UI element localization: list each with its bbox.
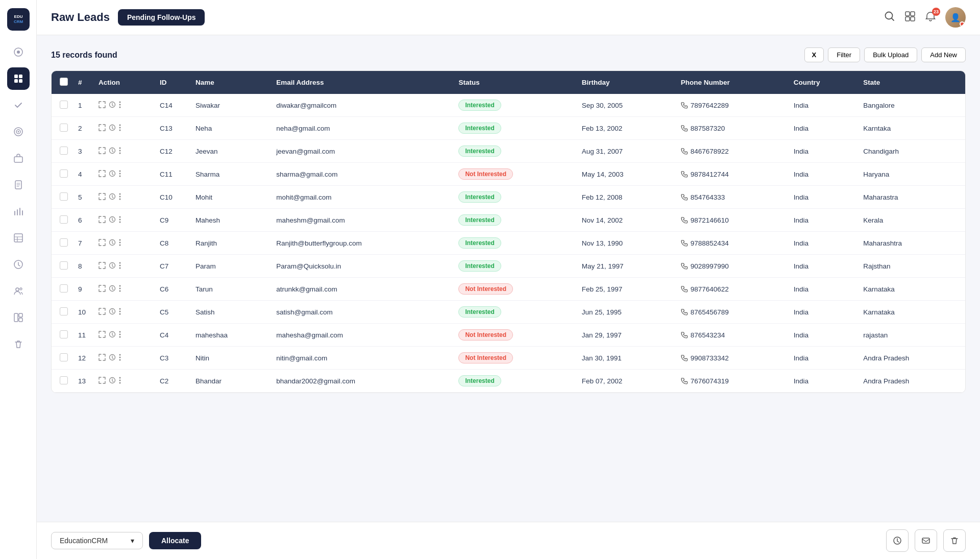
schedule-icon[interactable] [109, 285, 116, 294]
row-status: Interested [453, 117, 576, 140]
user-avatar[interactable]: 👤 [945, 7, 966, 28]
status-badge: Interested [458, 145, 501, 157]
row-checkbox-cell[interactable] [52, 370, 73, 393]
schedule-icon[interactable] [109, 308, 116, 317]
more-options-icon[interactable] [119, 354, 121, 362]
schedule-button[interactable] [886, 529, 909, 552]
sidebar-item-tasks[interactable] [7, 94, 30, 116]
sidebar-item-leads[interactable] [7, 67, 30, 90]
schedule-icon[interactable] [109, 262, 116, 271]
row-checkbox[interactable] [60, 238, 68, 247]
more-options-icon[interactable] [119, 331, 121, 339]
expand-icon[interactable] [99, 193, 106, 202]
row-name: Param [190, 255, 271, 278]
pending-followups-button[interactable]: Pending Follow-Ups [118, 9, 205, 26]
more-options-icon[interactable] [119, 216, 121, 225]
sidebar-item-users[interactable] [7, 280, 30, 302]
row-checkbox[interactable] [60, 147, 68, 155]
row-checkbox[interactable] [60, 101, 68, 109]
schedule-icon[interactable] [109, 170, 116, 179]
expand-icon[interactable] [99, 101, 106, 110]
row-checkbox[interactable] [60, 261, 68, 270]
select-all-checkbox[interactable] [60, 78, 68, 86]
expand-icon[interactable] [99, 308, 106, 317]
schedule-icon[interactable] [109, 354, 116, 362]
bulk-upload-button[interactable]: Bulk Upload [864, 47, 917, 62]
records-actions: X Filter Bulk Upload Add New [804, 47, 966, 62]
row-checkbox[interactable] [60, 124, 68, 132]
sidebar-item-charts[interactable] [7, 200, 30, 223]
expand-icon[interactable] [99, 354, 106, 362]
row-checkbox-cell[interactable] [52, 255, 73, 278]
row-phone: 8765456789 [676, 301, 789, 324]
row-email: satish@gmail.com [271, 301, 453, 324]
expand-icon[interactable] [99, 239, 106, 248]
expand-icon[interactable] [99, 285, 106, 294]
select-all-header[interactable] [52, 71, 73, 94]
row-checkbox-cell[interactable] [52, 232, 73, 255]
row-checkbox-cell[interactable] [52, 163, 73, 186]
sidebar-item-dashboard[interactable] [7, 41, 30, 63]
schedule-icon[interactable] [109, 147, 116, 156]
row-checkbox-cell[interactable] [52, 278, 73, 301]
row-checkbox[interactable] [60, 330, 68, 338]
row-checkbox-cell[interactable] [52, 94, 73, 117]
row-checkbox[interactable] [60, 169, 68, 178]
crm-select-dropdown[interactable]: EducationCRM ▾ [51, 532, 143, 549]
row-checkbox-cell[interactable] [52, 347, 73, 370]
row-checkbox[interactable] [60, 376, 68, 384]
expand-icon[interactable] [99, 262, 106, 271]
more-options-icon[interactable] [119, 147, 121, 156]
schedule-icon[interactable] [109, 124, 116, 133]
schedule-icon[interactable] [109, 101, 116, 110]
clear-filter-button[interactable]: X [804, 47, 824, 62]
schedule-icon[interactable] [109, 193, 116, 202]
notification-bell-icon[interactable]: 23 [925, 11, 936, 25]
row-checkbox-cell[interactable] [52, 209, 73, 232]
expand-icon[interactable] [99, 170, 106, 179]
sidebar-item-table[interactable] [7, 227, 30, 249]
row-checkbox-cell[interactable] [52, 117, 73, 140]
sidebar-item-reports[interactable] [7, 174, 30, 196]
row-checkbox[interactable] [60, 307, 68, 315]
expand-icon[interactable] [99, 377, 106, 385]
more-options-icon[interactable] [119, 262, 121, 271]
row-checkbox-cell[interactable] [52, 301, 73, 324]
more-options-icon[interactable] [119, 308, 121, 317]
schedule-icon[interactable] [109, 216, 116, 225]
row-checkbox[interactable] [60, 284, 68, 293]
grid-icon[interactable] [904, 11, 916, 25]
more-options-icon[interactable] [119, 285, 121, 294]
sidebar-item-history[interactable] [7, 253, 30, 276]
more-options-icon[interactable] [119, 239, 121, 248]
row-checkbox-cell[interactable] [52, 324, 73, 347]
filter-button[interactable]: Filter [828, 47, 860, 62]
row-checkbox[interactable] [60, 353, 68, 361]
sidebar-item-target[interactable] [7, 120, 30, 143]
schedule-icon[interactable] [109, 377, 116, 385]
add-new-button[interactable]: Add New [921, 47, 966, 62]
row-checkbox[interactable] [60, 215, 68, 224]
schedule-icon[interactable] [109, 331, 116, 339]
more-options-icon[interactable] [119, 170, 121, 179]
row-checkbox[interactable] [60, 192, 68, 201]
more-options-icon[interactable] [119, 101, 121, 110]
expand-icon[interactable] [99, 124, 106, 133]
expand-icon[interactable] [99, 216, 106, 225]
search-icon[interactable] [884, 11, 895, 25]
expand-icon[interactable] [99, 147, 106, 156]
sidebar-item-briefcase[interactable] [7, 147, 30, 169]
row-birthday: May 14, 2003 [577, 163, 676, 186]
row-checkbox-cell[interactable] [52, 140, 73, 163]
more-options-icon[interactable] [119, 193, 121, 202]
sidebar-item-layout[interactable] [7, 306, 30, 329]
schedule-icon[interactable] [109, 239, 116, 248]
email-button[interactable] [915, 529, 937, 552]
more-options-icon[interactable] [119, 377, 121, 385]
expand-icon[interactable] [99, 331, 106, 339]
more-options-icon[interactable] [119, 124, 121, 133]
delete-button[interactable] [943, 529, 966, 552]
sidebar-item-trash[interactable] [7, 333, 30, 355]
row-checkbox-cell[interactable] [52, 186, 73, 209]
allocate-button[interactable]: Allocate [149, 532, 201, 549]
